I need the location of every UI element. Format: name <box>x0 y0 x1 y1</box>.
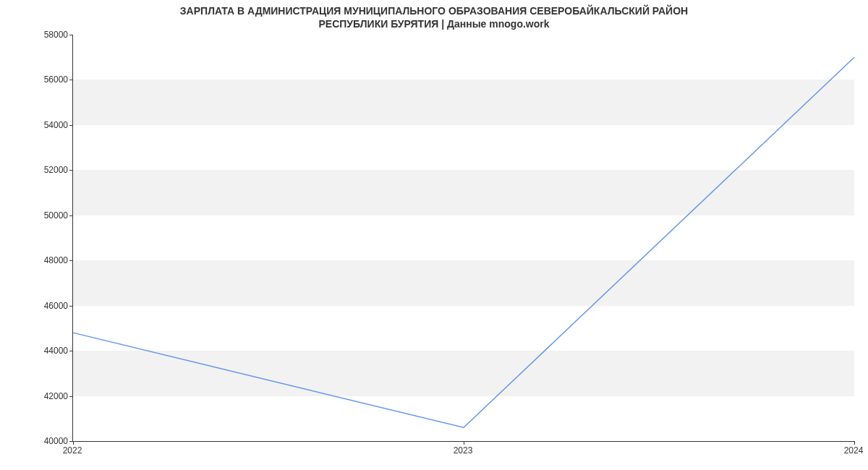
data-series-line <box>73 57 854 427</box>
chart-container: ЗАРПЛАТА В АДМИНИСТРАЦИЯ МУНИЦИПАЛЬНОГО … <box>0 0 868 470</box>
y-tick <box>69 215 73 216</box>
y-tick-label: 58000 <box>25 30 68 40</box>
y-tick <box>69 260 73 261</box>
y-tick-label: 40000 <box>25 436 68 446</box>
x-tick <box>854 441 855 445</box>
y-tick-label: 52000 <box>25 165 68 175</box>
y-tick <box>69 80 73 80</box>
y-tick <box>69 351 73 351</box>
x-tick-label: 2024 <box>844 445 864 456</box>
y-tick <box>69 396 73 397</box>
plot-area <box>72 35 854 442</box>
y-tick <box>69 306 73 307</box>
y-tick-label: 54000 <box>25 120 68 130</box>
x-tick-label: 2023 <box>454 445 473 456</box>
y-tick-label: 48000 <box>25 255 68 265</box>
chart-title-line1: ЗАРПЛАТА В АДМИНИСТРАЦИЯ МУНИЦИПАЛЬНОГО … <box>180 5 688 17</box>
y-tick-label: 50000 <box>25 210 68 221</box>
y-tick <box>69 170 73 171</box>
y-tick-label: 46000 <box>25 301 68 311</box>
x-tick <box>73 441 74 445</box>
chart-title: ЗАРПЛАТА В АДМИНИСТРАЦИЯ МУНИЦИПАЛЬНОГО … <box>0 0 868 30</box>
y-tick <box>69 125 73 126</box>
y-tick-label: 44000 <box>25 346 68 356</box>
y-tick-label: 56000 <box>25 74 68 85</box>
chart-title-line2: РЕСПУБЛИКИ БУРЯТИЯ | Данные mnogo.work <box>318 18 549 30</box>
line-layer <box>73 35 854 441</box>
y-tick-label: 42000 <box>25 391 68 401</box>
x-tick-label: 2022 <box>63 445 82 456</box>
y-tick <box>69 35 73 35</box>
x-tick <box>464 441 464 445</box>
